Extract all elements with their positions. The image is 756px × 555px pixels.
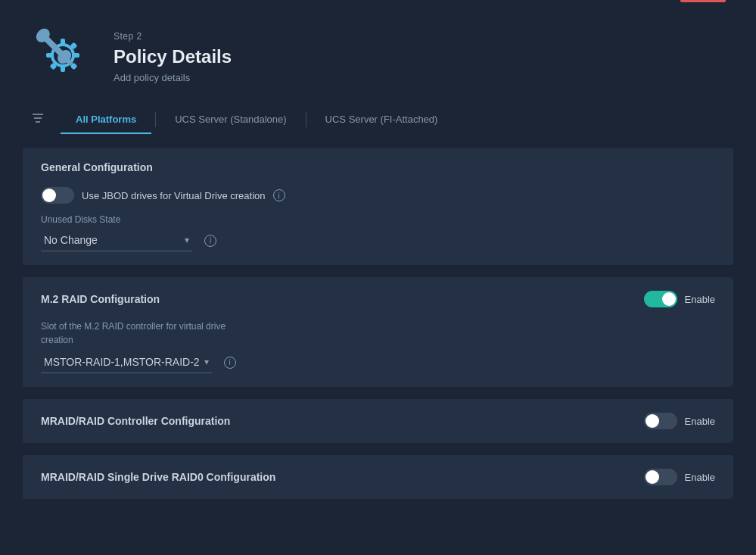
tab-ucs-standalone[interactable]: UCS Server (Standalone) [160, 106, 301, 133]
tab-divider-2 [306, 112, 306, 127]
jbod-toggle-label: Use JBOD drives for Virtual Drive creati… [82, 190, 266, 201]
slot-field-group: Slot of the M.2 RAID controller for virt… [41, 320, 715, 373]
tab-bar: All Platforms UCS Server (Standalone) UC… [0, 106, 756, 133]
unused-disks-group: Unused Disks State No Change ▾ i [41, 214, 715, 251]
m2-raid-toggle[interactable] [644, 291, 677, 307]
step-label: Step 2 [114, 31, 232, 42]
top-accent-line [680, 0, 726, 2]
m2-raid-title: M.2 RAID Configuration [41, 293, 160, 305]
svg-rect-3 [61, 64, 65, 72]
tab-ucs-fi-attached[interactable]: UCS Server (FI-Attached) [310, 106, 453, 133]
slot-label: Slot of the M.2 RAID controller for virt… [41, 320, 715, 347]
mraid-single-toggle[interactable] [644, 469, 677, 485]
header-section: Step 2 Policy Details Add policy details [0, 0, 756, 106]
mraid-single-card: MRAID/RAID Single Drive RAID0 Configurat… [23, 455, 733, 499]
mraid-single-enable-label: Enable [685, 472, 715, 483]
mraid-controller-toggle[interactable] [644, 413, 677, 429]
filter-icon[interactable] [30, 111, 45, 128]
m2-raid-enable-row: Enable [644, 291, 715, 307]
policy-title: Policy Details [114, 46, 232, 67]
header-text: Step 2 Policy Details Add policy details [114, 31, 232, 83]
slot-chevron: ▾ [204, 357, 209, 367]
svg-rect-4 [46, 53, 54, 58]
jbod-toggle-row: Use JBOD drives for Virtual Drive creati… [41, 187, 715, 204]
mraid-single-enable-row: Enable [644, 469, 715, 485]
mraid-single-title: MRAID/RAID Single Drive RAID0 Configurat… [41, 471, 275, 483]
tab-divider-1 [155, 112, 156, 127]
m2-raid-enable-label: Enable [685, 294, 715, 305]
unused-disks-value: No Change [44, 234, 180, 246]
policy-details-icon [30, 23, 98, 91]
general-config-card: General Configuration Use JBOD drives fo… [23, 148, 733, 265]
svg-rect-2 [61, 39, 65, 46]
slot-info-icon[interactable]: i [224, 357, 236, 369]
mraid-controller-enable-row: Enable [644, 413, 715, 429]
tab-all-platforms[interactable]: All Platforms [61, 106, 151, 133]
slot-value: MSTOR-RAID-1,MSTOR-RAID-2 [44, 356, 200, 368]
mraid-controller-card: MRAID/RAID Controller Configuration Enab… [23, 399, 733, 443]
unused-disks-label: Unused Disks State [41, 214, 715, 225]
jbod-info-icon[interactable]: i [273, 189, 285, 201]
mraid-controller-title: MRAID/RAID Controller Configuration [41, 415, 230, 427]
unused-disks-chevron: ▾ [185, 235, 189, 245]
m2-raid-card: M.2 RAID Configuration Enable Slot of th… [23, 277, 733, 387]
slot-select[interactable]: MSTOR-RAID-1,MSTOR-RAID-2 ▾ [41, 351, 212, 373]
jbod-toggle[interactable] [41, 187, 74, 204]
mraid-controller-enable-label: Enable [685, 416, 715, 427]
unused-disks-select[interactable]: No Change ▾ [41, 229, 192, 251]
svg-rect-5 [72, 53, 79, 58]
unused-disks-info-icon[interactable]: i [204, 235, 216, 247]
general-config-title: General Configuration [41, 161, 715, 173]
policy-subtitle: Add policy details [114, 72, 232, 83]
